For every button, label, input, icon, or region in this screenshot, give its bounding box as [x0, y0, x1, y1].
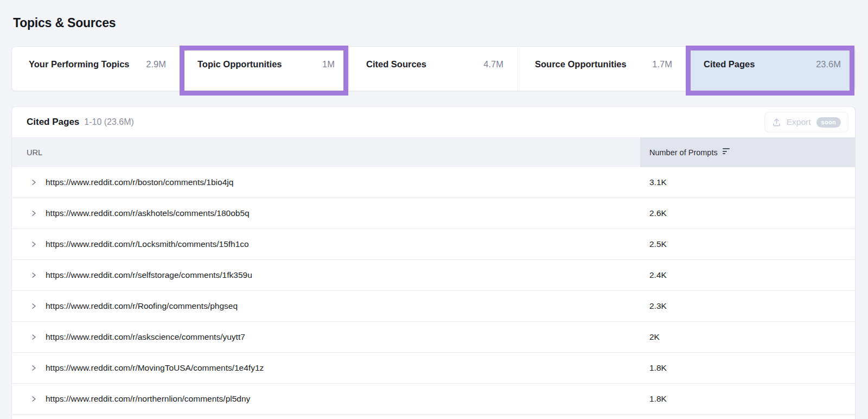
tab-cited-sources[interactable]: Cited Sources 4.7M: [349, 47, 518, 91]
metric-tabs: Your Performing Topics 2.9M Topic Opport…: [11, 46, 856, 91]
sort-descending-icon[interactable]: [723, 148, 730, 155]
table-row[interactable]: https://www.reddit.com/r/MovingToUSA/com…: [12, 353, 855, 384]
upload-icon: [772, 118, 781, 127]
annotation-highlight-box: [180, 46, 348, 96]
row-url[interactable]: https://www.reddit.com/r/Roofing/comment…: [46, 301, 640, 311]
column-header-number-of-prompts-label: Number of Prompts: [649, 148, 718, 157]
tab-label: Topic Opportunities: [197, 58, 316, 71]
row-prompt-count: 1.8K: [640, 394, 855, 404]
tab-label: Cited Pages: [704, 58, 809, 71]
table-range: 1-10 (23.6M): [84, 117, 134, 126]
row-prompt-count: 2.6K: [640, 208, 855, 218]
tab-count: 23.6M: [816, 58, 841, 71]
row-prompt-count: 3.1K: [640, 177, 855, 187]
row-url[interactable]: https://www.reddit.com/r/MovingToUSA/com…: [46, 363, 640, 373]
chevron-right-icon[interactable]: [30, 396, 37, 402]
table-row[interactable]: https://www.reddit.com/r/selfstorage/com…: [12, 260, 855, 291]
tab-your-performing-topics[interactable]: Your Performing Topics 2.9M: [12, 47, 180, 91]
column-header-number-of-prompts[interactable]: Number of Prompts: [640, 137, 855, 167]
tab-label: Cited Sources: [366, 58, 477, 71]
row-prompt-count: 2.5K: [640, 239, 855, 249]
table-row[interactable]: https://www.reddit.com/r/boston/comments…: [12, 167, 855, 198]
table-row[interactable]: https://www.reddit.com/r/askhotels/comme…: [12, 198, 855, 229]
chevron-right-icon[interactable]: [30, 179, 37, 186]
table-row[interactable]: https://www.reddit.com/r/Roofing/comment…: [12, 291, 855, 322]
table-row[interactable]: https://www.reddit.com/r/northernlion/co…: [12, 384, 855, 415]
row-prompt-count: 2K: [640, 332, 855, 342]
export-label: Export: [787, 117, 811, 127]
cited-pages-card: Cited Pages1-10 (23.6M) Export soon URL …: [11, 106, 856, 419]
chevron-right-icon[interactable]: [30, 303, 37, 309]
table-body: https://www.reddit.com/r/boston/comments…: [12, 167, 855, 415]
tab-count: 1M: [322, 58, 335, 71]
tab-label: Your Performing Topics: [29, 58, 139, 71]
chevron-right-icon[interactable]: [30, 365, 37, 371]
table-column-headers: URL Number of Prompts: [12, 137, 855, 167]
table-row[interactable]: https://www.reddit.com/r/askscience/comm…: [12, 322, 855, 353]
chevron-right-icon[interactable]: [30, 210, 37, 217]
chevron-right-icon[interactable]: [30, 241, 37, 247]
tab-count: 4.7M: [483, 58, 503, 71]
row-prompt-count: 2.3K: [640, 301, 855, 311]
row-url[interactable]: https://www.reddit.com/r/Locksmith/comme…: [46, 239, 640, 249]
column-header-url[interactable]: URL: [12, 137, 640, 167]
page-title: Topics & Sources: [13, 16, 116, 30]
row-prompt-count: 2.4K: [640, 270, 855, 280]
export-button[interactable]: Export soon: [764, 112, 848, 132]
table-title-group: Cited Pages1-10 (23.6M): [27, 117, 134, 128]
tab-source-opportunities[interactable]: Source Opportunities 1.7M: [518, 47, 686, 91]
annotation-highlight-box: [686, 46, 854, 96]
chevron-right-icon[interactable]: [30, 334, 37, 340]
row-url[interactable]: https://www.reddit.com/r/askscience/comm…: [46, 332, 640, 342]
chevron-right-icon[interactable]: [30, 272, 37, 278]
tab-count: 1.7M: [652, 58, 672, 71]
row-prompt-count: 1.8K: [640, 363, 855, 373]
table-row[interactable]: https://www.reddit.com/r/Locksmith/comme…: [12, 229, 855, 260]
table-header-bar: Cited Pages1-10 (23.6M) Export soon: [12, 107, 855, 137]
row-url[interactable]: https://www.reddit.com/r/boston/comments…: [46, 177, 640, 187]
soon-badge: soon: [816, 117, 841, 128]
tab-label: Source Opportunities: [535, 58, 646, 71]
table-title: Cited Pages: [27, 117, 79, 127]
tab-cited-pages[interactable]: Cited Pages 23.6M: [686, 47, 855, 91]
tab-topic-opportunities[interactable]: Topic Opportunities 1M: [180, 47, 349, 91]
row-url[interactable]: https://www.reddit.com/r/selfstorage/com…: [46, 270, 640, 280]
row-url[interactable]: https://www.reddit.com/r/askhotels/comme…: [46, 208, 640, 218]
tab-count: 2.9M: [146, 58, 166, 71]
row-url[interactable]: https://www.reddit.com/r/northernlion/co…: [46, 394, 640, 404]
